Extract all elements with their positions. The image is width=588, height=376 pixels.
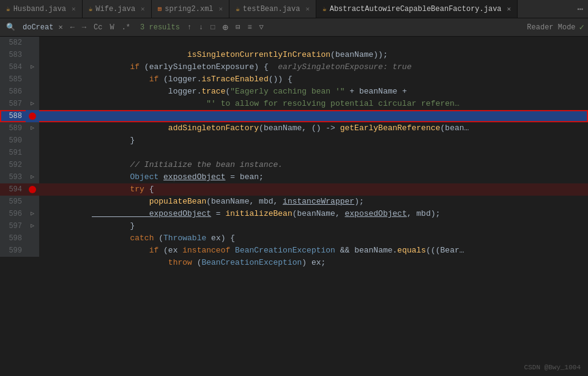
app-container: ☕ Husband.java ✕ ☕ Wife.java ✕ ⊞ spring2… — [0, 0, 588, 376]
code-text-596: } — [39, 208, 588, 220]
code-line-596: 596 ▷ } — [0, 208, 588, 220]
whole-word-button[interactable]: W — [107, 22, 116, 33]
fold-icon-593[interactable]: ▷ — [31, 171, 34, 183]
tab-abstract[interactable]: ☕ AbstractAutowireCapableBeanFactory.jav… — [316, 0, 518, 18]
breakpoint-icon-594[interactable] — [29, 186, 36, 193]
reader-mode-area: Reader Mode ✓ — [527, 22, 584, 32]
tab-spring2[interactable]: ⊞ spring2.xml ✕ — [152, 0, 229, 18]
gutter-598 — [26, 232, 39, 245]
fold-icon-597[interactable]: ▷ — [31, 220, 34, 232]
code-text-582: isSingletonCurrentlyInCreation(beanName)… — [39, 37, 588, 49]
next-result-button[interactable]: → — [80, 22, 89, 33]
settings-button[interactable]: ≡ — [245, 22, 254, 33]
fold-icon-584[interactable]: ▷ — [31, 61, 34, 73]
close-icon[interactable]: ✕ — [72, 5, 76, 13]
line-number-583: 583 — [0, 49, 26, 61]
line-number-598: 598 — [0, 232, 26, 245]
line-number-588: 588 — [0, 110, 26, 122]
java-icon: ☕ — [89, 5, 93, 13]
case-sensitive-button[interactable]: Cc — [91, 22, 105, 33]
line-number-599: 599 — [0, 245, 26, 257]
close-icon[interactable]: ✕ — [219, 5, 223, 13]
code-line-583: 583 if (earlySingletonExposure) { earlyS… — [0, 49, 588, 61]
tab-husband[interactable]: ☕ Husband.java ✕ — [0, 0, 83, 18]
close-icon[interactable]: ✕ — [507, 5, 512, 13]
open-in-find-button[interactable]: □ — [208, 22, 217, 33]
tab-label: Husband.java — [13, 5, 66, 13]
code-line-587: 587 ▷ } — [0, 98, 588, 110]
code-text-594: populateBean(beanName, mbd, instanceWrap… — [39, 183, 588, 196]
breakpoint-icon-588[interactable] — [29, 112, 36, 120]
code-line-588: 588 addSingletonFactory(beanName, () -> … — [0, 110, 588, 122]
code-line-591: 591 // Initialize the bean instance. — [0, 147, 588, 159]
more-tabs-button[interactable]: ⋯ — [572, 3, 588, 15]
code-text-586: "' to allow for resolving potential circ… — [39, 86, 588, 98]
code-line-586: 586 "' to allow for resolving potential … — [0, 86, 588, 98]
code-text-593: try { — [39, 171, 588, 183]
search-icon: 🔍 — [4, 21, 18, 33]
filter-icon[interactable]: ▽ — [257, 21, 266, 33]
reader-mode-check-icon: ✓ — [579, 22, 584, 32]
line-number-591: 591 — [0, 147, 26, 159]
fold-icon-587[interactable]: ▷ — [31, 98, 34, 110]
line-number-586: 586 — [0, 86, 26, 98]
java-icon: ☕ — [236, 5, 240, 13]
line-number-594: 594 — [0, 183, 26, 196]
close-icon[interactable]: ✕ — [141, 5, 145, 13]
tab-testbean[interactable]: ☕ testBean.java ✕ — [229, 0, 316, 18]
code-line-595: 595 exposedObject = initializeBean(beanN… — [0, 196, 588, 208]
next-occurrence-button[interactable]: ↓ — [196, 22, 206, 33]
gutter-599 — [26, 245, 39, 257]
line-number-593: 593 — [0, 171, 26, 183]
line-number-582: 582 — [0, 37, 26, 49]
java-icon: ☕ — [322, 5, 327, 13]
line-number-590: 590 — [0, 135, 26, 147]
code-text-595: exposedObject = initializeBean(beanName,… — [39, 196, 588, 208]
tab-label: spring2.xml — [165, 5, 213, 13]
clear-search-button[interactable]: ✕ — [56, 21, 65, 33]
code-text-592: Object exposedObject = bean; — [39, 159, 588, 171]
search-results-count: 3 results — [138, 23, 182, 32]
fold-icon-589[interactable]: ▷ — [31, 122, 34, 135]
xml-icon: ⊞ — [158, 5, 162, 13]
gutter-595 — [26, 196, 39, 208]
code-line-592: 592 Object exposedObject = bean; — [0, 159, 588, 171]
code-line-585: 585 logger.trace("Eagerly caching bean '… — [0, 73, 588, 86]
fold-icon-596[interactable]: ▷ — [31, 208, 34, 220]
code-line-599: 599 throw (BeanCreationException) ex; — [0, 245, 588, 257]
regex-button[interactable]: .* — [119, 22, 133, 33]
filter-button[interactable]: ⊟ — [233, 21, 242, 33]
line-number-597: 597 — [0, 220, 26, 232]
reader-mode-label[interactable]: Reader Mode — [527, 23, 575, 32]
code-text-590 — [39, 135, 588, 147]
gutter-587: ▷ — [26, 98, 39, 110]
show-context-button[interactable]: ⊕ — [220, 20, 231, 35]
gutter-597: ▷ — [26, 220, 39, 232]
line-number-587: 587 — [0, 98, 26, 110]
line-number-596: 596 — [0, 208, 26, 220]
code-line-582: 582 isSingletonCurrentlyInCreation(beanN… — [0, 37, 588, 49]
line-number-589: 589 — [0, 122, 26, 135]
tab-label: testBean.java — [243, 5, 300, 13]
prev-occurrence-button[interactable]: ↑ — [185, 22, 194, 33]
code-text-597: catch (Throwable ex) { — [39, 220, 588, 232]
code-text-599: throw (BeanCreationException) ex; — [39, 245, 588, 257]
code-line-594: 594 populateBean(beanName, mbd, instance… — [0, 183, 588, 196]
tab-bar: ☕ Husband.java ✕ ☕ Wife.java ✕ ⊞ spring2… — [0, 0, 588, 18]
tab-label: Wife.java — [95, 5, 135, 13]
search-query: doCreat — [23, 23, 53, 32]
code-editor: 582 isSingletonCurrentlyInCreation(beanN… — [0, 37, 588, 376]
gutter-589: ▷ — [26, 122, 39, 135]
tab-wife[interactable]: ☕ Wife.java ✕ — [83, 0, 152, 18]
gutter-585 — [26, 73, 39, 86]
code-text-598: if (ex instanceof BeanCreationException … — [39, 232, 588, 245]
prev-result-button[interactable]: ← — [68, 22, 77, 33]
code-text-587: } — [39, 98, 588, 110]
code-line-598: 598 if (ex instanceof BeanCreationExcept… — [0, 232, 588, 245]
code-text-584: if (logger.isTraceEnabled()) { — [39, 61, 588, 73]
gutter-584: ▷ — [26, 61, 39, 73]
gutter-591 — [26, 147, 39, 159]
code-line-584: 584 ▷ if (logger.isTraceEnabled()) { — [0, 61, 588, 73]
close-icon[interactable]: ✕ — [305, 5, 310, 13]
gutter-583 — [26, 49, 39, 61]
